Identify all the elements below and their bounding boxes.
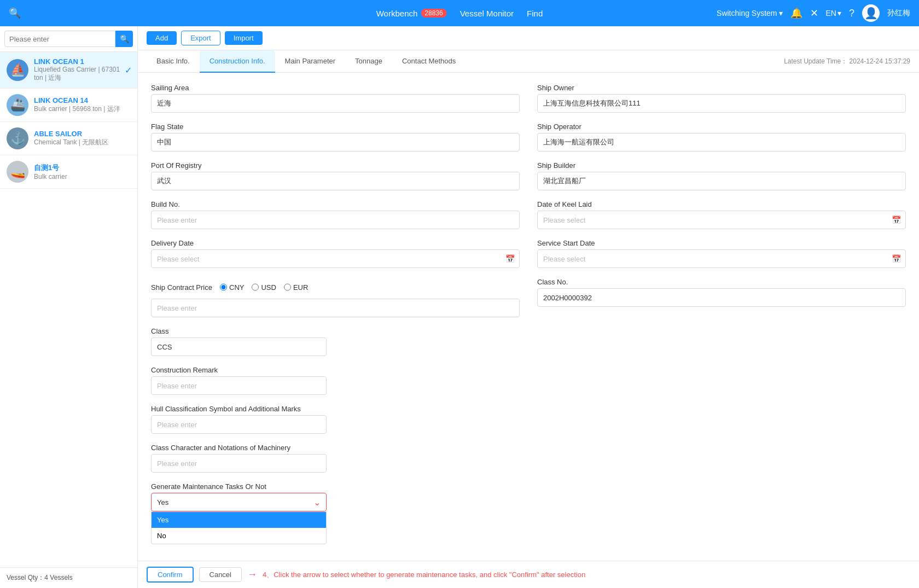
- port-of-registry-input[interactable]: [151, 172, 520, 190]
- vessel-item-2[interactable]: ⚓ ABLE SAILOR Chemical Tank | 无限航区: [0, 122, 137, 155]
- form-row-5: Delivery Date Please select 📅 Service St…: [151, 239, 906, 268]
- search-icon[interactable]: 🔍: [9, 7, 21, 19]
- currency-cny[interactable]: CNY: [220, 278, 244, 296]
- option-no[interactable]: No: [152, 528, 326, 544]
- ship-builder-label: Ship Builder: [537, 161, 906, 170]
- vessel-name-1: LINK OCEAN 14: [34, 96, 120, 104]
- avatar: 👤: [862, 4, 880, 22]
- import-button[interactable]: Import: [225, 31, 263, 45]
- class-char-input[interactable]: [151, 454, 327, 473]
- check-mark-0: ✓: [125, 65, 132, 75]
- top-nav-right: Switching System ▾ 🔔 ✕ EN ▾ ? 👤 孙红梅: [717, 4, 910, 22]
- calendar-icon-service: 📅: [892, 254, 901, 263]
- main-layout: 🔍 ⛵ LINK OCEAN 1 Liquefied Gas Carrier |…: [0, 26, 919, 588]
- vessel-name-3: 自测1号: [34, 163, 67, 173]
- form-row-2: Flag State Ship Operator: [151, 123, 906, 152]
- confirm-button[interactable]: Confirm: [147, 567, 194, 583]
- workbench-nav[interactable]: Workbench 28836: [376, 9, 447, 18]
- build-no-input[interactable]: [151, 211, 520, 229]
- ship-contract-price-input[interactable]: [151, 299, 520, 317]
- vessel-qty: Vessel Qty：4 Vessels: [0, 567, 137, 588]
- date-keel-laid-group: Date of Keel Laid Please select 📅: [537, 200, 906, 229]
- tab-contact-methods[interactable]: Contact Methods: [392, 50, 466, 73]
- ship-icon-1: 🚢: [10, 98, 25, 112]
- delivery-date-group: Delivery Date Please select 📅: [151, 239, 520, 268]
- ship-operator-label: Ship Operator: [537, 123, 906, 131]
- tab-construction-info[interactable]: Construction Info.: [200, 50, 275, 73]
- vessel-monitor-link[interactable]: Vessel Monitor: [460, 9, 514, 18]
- class-input[interactable]: [151, 337, 327, 356]
- form-row-4: Build No. Date of Keel Laid Please selec…: [151, 200, 906, 229]
- hull-class-input[interactable]: [151, 415, 327, 434]
- switching-system[interactable]: Switching System ▾: [717, 9, 782, 18]
- radio-cny[interactable]: [220, 278, 227, 296]
- ship-builder-input[interactable]: [537, 172, 906, 190]
- cancel-button[interactable]: Cancel: [199, 567, 242, 582]
- service-start-date-group: Service Start Date Please select 📅: [537, 239, 906, 268]
- update-time: Latest Update Time： 2024-12-24 15:37:29: [784, 57, 910, 66]
- action-bar: Add Export Import: [138, 26, 919, 50]
- option-yes[interactable]: Yes: [152, 512, 326, 528]
- generate-maintenance-group: Generate Maintenance Tasks Or Not Yes ⌄ …: [151, 482, 520, 511]
- class-char-group: Class Character and Notations of Machine…: [151, 444, 520, 473]
- generate-maintenance-trigger[interactable]: Yes ⌄: [151, 493, 327, 511]
- help-icon[interactable]: ?: [849, 8, 854, 19]
- tab-bar: Basic Info. Construction Info. Main Para…: [138, 50, 919, 73]
- add-button[interactable]: Add: [147, 31, 177, 45]
- delivery-date-wrapper: Please select 📅: [151, 249, 520, 268]
- find-link[interactable]: Find: [527, 9, 543, 18]
- build-no-group: Build No.: [151, 200, 520, 229]
- ship-owner-input[interactable]: [537, 94, 906, 113]
- vessel-avatar-0: ⛵: [7, 59, 28, 81]
- lang-arrow: ▾: [837, 9, 841, 18]
- vessel-item-0[interactable]: ⛵ LINK OCEAN 1 Liquefied Gas Carrier | 6…: [0, 52, 137, 89]
- sidebar: 🔍 ⛵ LINK OCEAN 1 Liquefied Gas Carrier |…: [0, 26, 138, 588]
- ship-owner-group: Ship Owner: [537, 84, 906, 113]
- service-start-date-select[interactable]: Please select 📅: [537, 249, 906, 268]
- flag-state-input[interactable]: [151, 133, 520, 152]
- close-icon[interactable]: ✕: [810, 7, 818, 19]
- center-nav: Workbench 28836 Vessel Monitor Find: [376, 9, 543, 18]
- form-row-8: Construction Remark: [151, 366, 906, 395]
- service-start-date-label: Service Start Date: [537, 239, 906, 247]
- language-selector[interactable]: EN ▾: [826, 9, 841, 18]
- vessel-name-0: LINK OCEAN 1: [34, 57, 131, 66]
- vessel-sub-2: Chemical Tank | 无限航区: [34, 138, 108, 147]
- ship-operator-group: Ship Operator: [537, 123, 906, 152]
- flag-state-group: Flag State: [151, 123, 520, 152]
- delivery-date-select[interactable]: Please select 📅: [151, 249, 520, 268]
- top-nav: 🔍 Workbench 28836 Vessel Monitor Find Sw…: [0, 0, 919, 26]
- radio-usd[interactable]: [252, 278, 259, 296]
- form-row-11: Generate Maintenance Tasks Or Not Yes ⌄ …: [151, 482, 906, 511]
- tab-tonnage[interactable]: Tonnage: [345, 50, 392, 73]
- export-button[interactable]: Export: [181, 31, 220, 45]
- build-no-label: Build No.: [151, 200, 520, 208]
- currency-usd[interactable]: USD: [252, 278, 276, 296]
- class-label: Class: [151, 327, 520, 335]
- service-start-date-wrapper: Please select 📅: [537, 249, 906, 268]
- currency-eur[interactable]: EUR: [284, 278, 308, 296]
- ship-contract-price-label: Ship Contract Price: [151, 283, 212, 292]
- vessel-sub-3: Bulk carrier: [34, 173, 67, 181]
- tab-main-parameter[interactable]: Main Parameter: [275, 50, 345, 73]
- construction-remark-input[interactable]: [151, 376, 327, 395]
- class-no-input[interactable]: [537, 288, 906, 307]
- dropdown-arrow-icon: ⌄: [313, 497, 321, 508]
- ship-operator-input[interactable]: [537, 133, 906, 152]
- ship-icon-3: 🚤: [10, 165, 25, 179]
- search-button[interactable]: 🔍: [115, 31, 133, 47]
- tab-basic-info[interactable]: Basic Info.: [147, 50, 200, 73]
- user-name[interactable]: 孙红梅: [887, 8, 910, 18]
- bell-icon[interactable]: 🔔: [790, 7, 802, 19]
- sailing-area-label: Sailing Area: [151, 84, 520, 92]
- sailing-area-input[interactable]: [151, 94, 520, 113]
- ship-icon-2: ⚓: [10, 131, 25, 145]
- ship-contract-price-group: Ship Contract Price CNY USD EUR: [151, 278, 520, 317]
- vessel-item-3[interactable]: 🚤 自测1号 Bulk carrier: [0, 155, 137, 189]
- search-input[interactable]: [4, 31, 115, 47]
- radio-eur[interactable]: [284, 278, 291, 296]
- port-of-registry-label: Port Of Registry: [151, 161, 520, 170]
- vessel-item-1[interactable]: 🚢 LINK OCEAN 14 Bulk carrier | 56968 ton…: [0, 89, 137, 122]
- vessel-avatar-3: 🚤: [7, 161, 28, 183]
- date-keel-laid-select[interactable]: Please select 📅: [537, 211, 906, 229]
